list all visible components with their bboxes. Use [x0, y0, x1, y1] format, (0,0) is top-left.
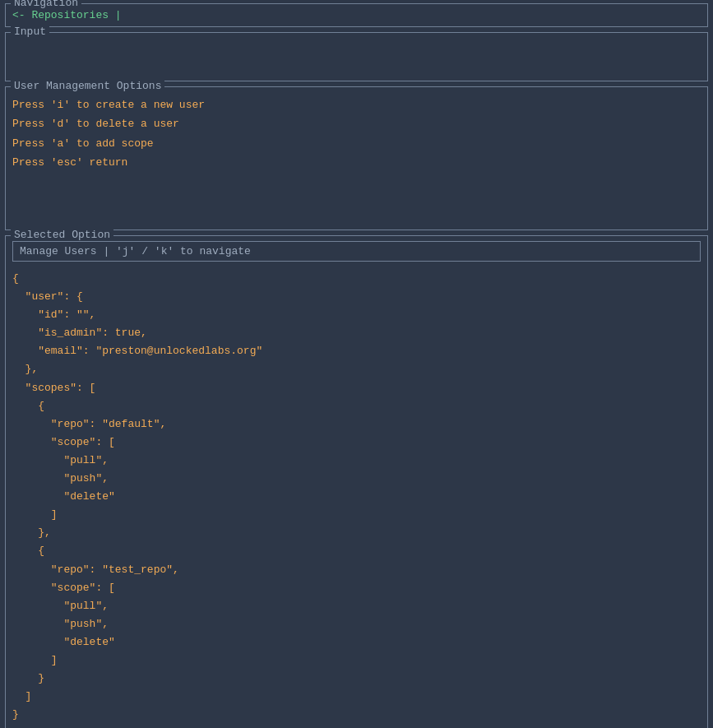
user-management-label: User Management Options	[11, 80, 164, 92]
manage-users-header: Manage Users | 'j' / 'k' to navigate	[12, 241, 701, 262]
json-display: { "user": { "id": "", "is_admin": true, …	[12, 267, 701, 727]
option-esc-return: Press 'esc' return	[12, 153, 701, 172]
option-create-user: Press 'i' to create a new user	[12, 95, 701, 114]
navigation-content: <- Repositories |	[12, 7, 701, 23]
navigation-section: Navigation <- Repositories |	[5, 3, 708, 27]
navigation-label: Navigation	[11, 0, 81, 9]
user-management-options: Press 'i' to create a new user Press 'd'…	[12, 95, 701, 173]
input-section: Input	[5, 32, 708, 81]
input-field[interactable]	[12, 39, 701, 64]
manage-users-title: Manage Users | 'j' / 'k' to navigate	[20, 245, 251, 257]
main-container: Navigation <- Repositories | Input User …	[0, 3, 713, 728]
selected-option-label: Selected Option	[11, 229, 113, 241]
selected-option-section: Selected Option Manage Users | 'j' / 'k'…	[5, 235, 708, 728]
input-label: Input	[11, 26, 49, 38]
option-delete-user: Press 'd' to delete a user	[12, 114, 701, 133]
option-add-scope: Press 'a' to add scope	[12, 134, 701, 153]
user-management-section: User Management Options Press 'i' to cre…	[5, 86, 708, 230]
